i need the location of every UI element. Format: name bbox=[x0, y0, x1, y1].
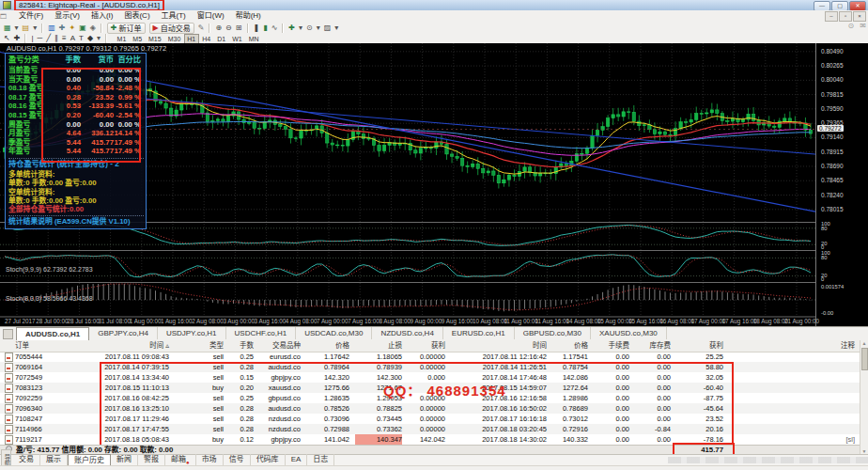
menu-显示V[interactable]: 显示(V) bbox=[49, 10, 85, 22]
cursor-icon[interactable]: ↖ bbox=[2, 34, 12, 43]
auto-trading-button[interactable]: ▶ 自动交易 bbox=[149, 23, 194, 34]
timeframe-M15[interactable]: M15 bbox=[146, 34, 165, 44]
dropdown-caret-icon[interactable]: ▾ bbox=[297, 24, 304, 33]
column-header[interactable]: 注释 bbox=[800, 340, 855, 352]
column-header[interactable]: 类型 bbox=[178, 340, 224, 352]
mdi-restore-button[interactable]: ▫ bbox=[839, 11, 852, 22]
profiles-icon[interactable]: ▤ bbox=[21, 24, 32, 33]
candlestick-icon[interactable]: ▮ bbox=[261, 24, 269, 33]
menu-插入I[interactable]: 插入(I) bbox=[85, 10, 119, 22]
terminal-tab-代码库[interactable]: 代码库 bbox=[251, 454, 286, 465]
column-header[interactable]: 时间 bbox=[460, 340, 547, 352]
symbol-tab-USDCAD[interactable]: USDCAD.co,M30 bbox=[296, 327, 372, 339]
symbol-tab-AUDUSD[interactable]: AUDUSD.co,H1 bbox=[16, 327, 89, 341]
column-header[interactable]: 手续费 bbox=[594, 340, 629, 352]
menu-帮助H[interactable]: 帮助(H) bbox=[230, 10, 267, 22]
column-header[interactable]: 价格 bbox=[550, 340, 588, 352]
order-row[interactable]: 71082472017.08.17 11:29:46sell0.28nzdusd… bbox=[0, 414, 860, 424]
symbol-tab-NZDUSD[interactable]: NZDUSD.co,H4 bbox=[372, 327, 442, 339]
symbol-tab-USDJPY[interactable]: USDJPY.co,H1 bbox=[158, 327, 226, 339]
column-header[interactable]: 订单 bbox=[15, 340, 70, 352]
terminal-scrollbar[interactable]: ▲▼ bbox=[860, 340, 868, 454]
terminal-tab-新闻[interactable]: 新闻 bbox=[111, 454, 138, 465]
mail-icon[interactable]: ✉ bbox=[860, 22, 866, 30]
symbol-tab-EURUSD[interactable]: EURUSD.co,H1 bbox=[443, 327, 515, 339]
new-order-button[interactable]: ✚ 新订单 bbox=[107, 23, 146, 34]
periods-icon[interactable]: ⊙ bbox=[304, 24, 315, 33]
symbol-tab-USDCHF[interactable]: USDCHF.co,H1 bbox=[226, 327, 297, 339]
terminal-tab-市场[interactable]: 市场 bbox=[196, 454, 224, 465]
timeframe-W1[interactable]: W1 bbox=[229, 34, 246, 44]
column-header[interactable]: 价格 bbox=[306, 340, 349, 352]
terminal-tab-信号[interactable]: 信号 bbox=[224, 454, 251, 465]
timeframe-M30[interactable]: M30 bbox=[164, 34, 184, 44]
symbol-tab-GBPUSD[interactable]: GBPUSD.co,M30 bbox=[515, 327, 591, 339]
strategy-tester-icon[interactable]: ◈ bbox=[88, 24, 98, 33]
dropdown-caret-icon[interactable]: ▾ bbox=[333, 24, 340, 33]
indicators-icon[interactable]: ✚ bbox=[287, 24, 297, 33]
navigator-icon[interactable]: ✦ bbox=[67, 24, 77, 33]
timeframe-D1[interactable]: D1 bbox=[214, 34, 229, 44]
templates-icon[interactable]: ▨ bbox=[322, 24, 333, 33]
crosshair-icon[interactable]: ✚ bbox=[12, 34, 23, 43]
terminal-tab-警报[interactable]: 警报 bbox=[138, 454, 165, 465]
terminal-tab-日志[interactable]: 日志 bbox=[307, 454, 334, 465]
column-header[interactable]: 时间 ▵ bbox=[86, 340, 169, 352]
bar-chart-icon[interactable]: ❚ bbox=[252, 24, 262, 33]
channel-icon[interactable]: ∥ bbox=[53, 34, 60, 43]
terminal-tab-展示[interactable]: 展示 bbox=[40, 454, 68, 465]
zoom-out-icon[interactable]: ⊖ bbox=[224, 24, 234, 33]
scrollbar-thumb[interactable] bbox=[861, 348, 868, 370]
tile-windows-icon[interactable]: ⊞ bbox=[234, 24, 244, 33]
menu-图表C[interactable]: 图表(C) bbox=[118, 10, 155, 22]
price-scale[interactable]: 0.804900.802650.800400.798150.795900.793… bbox=[815, 43, 868, 326]
timeframe-H1[interactable]: H1 bbox=[184, 34, 199, 44]
column-header[interactable]: 止损 bbox=[355, 340, 402, 352]
trendline-icon[interactable]: ╱ bbox=[44, 34, 53, 43]
mdi-minimize-button[interactable]: – bbox=[825, 11, 838, 22]
symbol-tab-XAUUSD[interactable]: XAUUSD.co,M30 bbox=[591, 327, 667, 339]
order-row[interactable]: 70963402017.08.16 13:25:10sell0.28audusd… bbox=[0, 403, 860, 414]
market-watch-icon[interactable]: ▥ bbox=[46, 24, 57, 33]
column-header[interactable]: 获利 bbox=[678, 340, 723, 352]
timeframe-M5[interactable]: M5 bbox=[130, 34, 146, 44]
terminal-icon[interactable]: ▣ bbox=[77, 24, 88, 33]
search-icon[interactable]: ⊙ bbox=[848, 22, 855, 30]
new-chart-icon[interactable]: ▦ bbox=[2, 24, 13, 33]
metaeditor-icon[interactable]: ✎ bbox=[196, 24, 207, 33]
order-row[interactable]: 71149662017.08.17 17:47:55sell0.28nzdusd… bbox=[0, 424, 860, 434]
order-row[interactable]: 70691642017.08.14 07:39:15sell0.28audusd… bbox=[0, 362, 860, 372]
text-icon[interactable]: A bbox=[69, 34, 77, 43]
terminal-tab-邮箱[interactable]: 邮箱● bbox=[165, 454, 196, 465]
dropdown-caret-icon[interactable]: ▾ bbox=[95, 34, 102, 43]
arrows-icon[interactable]: ◆ bbox=[85, 34, 95, 43]
zoom-in-icon[interactable]: ⊕ bbox=[213, 24, 224, 33]
dropdown-caret-icon[interactable]: ▾ bbox=[315, 24, 322, 33]
chart-area[interactable]: AUDUSD.co,H1 0.79297 0.79312 0.79265 0.7… bbox=[0, 43, 868, 326]
dropdown-caret-icon[interactable]: ▾ bbox=[31, 24, 39, 33]
data-window-icon[interactable]: ✚ bbox=[57, 24, 68, 33]
horizontal-line-icon[interactable]: ─ bbox=[35, 34, 44, 43]
column-header[interactable]: 库存费 bbox=[635, 340, 671, 352]
timeframe-H4[interactable]: H4 bbox=[199, 34, 214, 44]
column-header[interactable]: 手数 bbox=[227, 340, 254, 352]
time-axis[interactable]: 27 Jul 201728 Jul 00:0028 Jul 16:0031 Ju… bbox=[0, 317, 868, 326]
price-tick: 0.80490 bbox=[821, 48, 844, 55]
timeframe-M1[interactable]: M1 bbox=[114, 34, 130, 44]
timeframe-MN[interactable]: MN bbox=[245, 34, 262, 44]
column-header[interactable]: 交易品种 bbox=[257, 340, 301, 352]
menu-文件F[interactable]: 文件(F) bbox=[13, 10, 49, 22]
order-row[interactable]: 70554442017.08.11 09:08:43sell0.25eurusd… bbox=[0, 352, 860, 362]
line-chart-icon[interactable]: ∿ bbox=[270, 24, 280, 33]
mdi-close-button[interactable]: × bbox=[853, 11, 866, 22]
symbol-tab-GBPJPY[interactable]: GBPJPY.co,H4 bbox=[89, 327, 158, 339]
order-row[interactable]: 71192172017.08.18 05:08:43buy0.12gbpjpy.… bbox=[0, 434, 860, 445]
dropdown-caret-icon[interactable]: ▾ bbox=[13, 24, 21, 33]
menu-工具T[interactable]: 工具(T) bbox=[156, 10, 192, 22]
column-header[interactable]: 获利 bbox=[406, 340, 445, 352]
menu-窗口W[interactable]: 窗口(W) bbox=[192, 10, 230, 22]
terminal-tab-交易[interactable]: 交易 bbox=[13, 454, 40, 465]
terminal-tab-EA[interactable]: EA bbox=[286, 454, 308, 465]
fibonacci-icon[interactable]: ≡ bbox=[60, 34, 69, 43]
label-icon[interactable]: T bbox=[77, 34, 85, 43]
